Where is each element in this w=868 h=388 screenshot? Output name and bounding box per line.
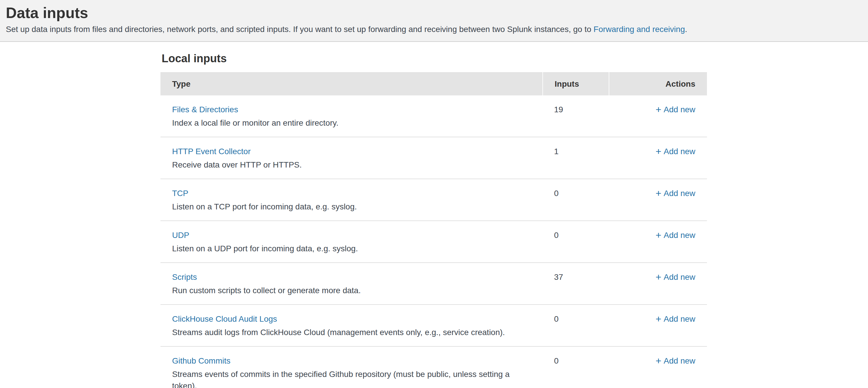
input-type-description: Index a local file or monitor an entire …: [172, 117, 531, 128]
type-cell: TCP Listen on a TCP port for incoming da…: [160, 179, 542, 220]
add-new-label: Add new: [664, 272, 695, 281]
column-header-actions: Actions: [609, 72, 707, 95]
actions-cell: +Add new: [609, 137, 707, 179]
add-new-label: Add new: [664, 356, 695, 365]
data-inputs-page: Data inputs Set up data inputs from file…: [0, 0, 868, 388]
inputs-count: 19: [542, 95, 609, 137]
input-type-link[interactable]: TCP: [172, 187, 188, 199]
input-type-description: Listen on a UDP port for incoming data, …: [172, 243, 531, 254]
actions-cell: +Add new: [609, 221, 707, 262]
input-type-description: Run custom scripts to collect or generat…: [172, 285, 531, 296]
page-subtitle: Set up data inputs from files and direct…: [6, 24, 862, 34]
column-header-inputs: Inputs: [542, 72, 609, 95]
forwarding-and-receiving-link[interactable]: Forwarding and receiving: [594, 24, 685, 34]
plus-icon: +: [655, 104, 661, 116]
inputs-count: 37: [542, 263, 609, 304]
actions-cell: +Add new: [609, 347, 707, 388]
actions-cell: +Add new: [609, 305, 707, 346]
add-new-label: Add new: [664, 230, 695, 240]
input-type-description: Receive data over HTTP or HTTPS.: [172, 159, 531, 171]
plus-icon: +: [655, 355, 661, 367]
add-new-label: Add new: [664, 314, 695, 323]
table-row: ClickHouse Cloud Audit Logs Streams audi…: [160, 304, 707, 346]
column-header-type[interactable]: Type: [160, 72, 542, 95]
input-type-link[interactable]: HTTP Event Collector: [172, 145, 251, 157]
type-cell: UDP Listen on a UDP port for incoming da…: [160, 221, 542, 262]
type-cell: Files & Directories Index a local file o…: [160, 95, 542, 137]
type-cell: ClickHouse Cloud Audit Logs Streams audi…: [160, 305, 542, 346]
actions-cell: +Add new: [609, 179, 707, 220]
page-header: Data inputs Set up data inputs from file…: [0, 0, 868, 42]
table-row: Files & Directories Index a local file o…: [160, 95, 707, 137]
plus-icon: +: [655, 314, 661, 325]
table-row: Github Commits Streams events of commits…: [160, 346, 707, 388]
table-row: TCP Listen on a TCP port for incoming da…: [160, 179, 707, 220]
input-type-link[interactable]: ClickHouse Cloud Audit Logs: [172, 313, 277, 325]
add-new-link[interactable]: +Add new: [655, 272, 695, 281]
table-row: Scripts Run custom scripts to collect or…: [160, 262, 707, 304]
input-type-description: Streams events of commits in the specifi…: [172, 368, 531, 388]
plus-icon: +: [655, 188, 661, 200]
content-area: Local inputs Type Inputs Actions Files &…: [0, 42, 868, 388]
inputs-count: 1: [542, 137, 609, 179]
table-row: HTTP Event Collector Receive data over H…: [160, 137, 707, 179]
input-type-description: Streams audit logs from ClickHouse Cloud…: [172, 326, 531, 338]
inputs-count: 0: [542, 305, 609, 346]
input-type-link[interactable]: Scripts: [172, 271, 197, 283]
actions-cell: +Add new: [609, 95, 707, 137]
subtitle-text: Set up data inputs from files and direct…: [6, 24, 594, 34]
table-header-row: Type Inputs Actions: [160, 72, 707, 95]
type-cell: Scripts Run custom scripts to collect or…: [160, 263, 542, 304]
input-type-link[interactable]: Files & Directories: [172, 103, 238, 115]
add-new-link[interactable]: +Add new: [655, 230, 695, 240]
plus-icon: +: [655, 272, 661, 283]
inputs-count: 0: [542, 179, 609, 220]
type-cell: HTTP Event Collector Receive data over H…: [160, 137, 542, 179]
plus-icon: +: [655, 230, 661, 241]
actions-cell: +Add new: [609, 263, 707, 304]
type-cell: Github Commits Streams events of commits…: [160, 347, 542, 388]
add-new-link[interactable]: +Add new: [655, 188, 695, 198]
input-type-link[interactable]: UDP: [172, 229, 189, 241]
add-new-link[interactable]: +Add new: [655, 105, 695, 114]
add-new-label: Add new: [664, 105, 695, 114]
page-title: Data inputs: [6, 3, 862, 23]
plus-icon: +: [655, 146, 661, 158]
section-title-local-inputs: Local inputs: [162, 52, 868, 65]
inputs-count: 0: [542, 347, 609, 388]
table-row: UDP Listen on a UDP port for incoming da…: [160, 220, 707, 262]
add-new-label: Add new: [664, 188, 695, 198]
local-inputs-table: Type Inputs Actions Files & Directories …: [160, 72, 707, 388]
add-new-link[interactable]: +Add new: [655, 314, 695, 323]
add-new-link[interactable]: +Add new: [655, 147, 695, 156]
subtitle-period: .: [685, 24, 687, 34]
input-type-description: Listen on a TCP port for incoming data, …: [172, 201, 531, 212]
add-new-link[interactable]: +Add new: [655, 356, 695, 365]
add-new-label: Add new: [664, 147, 695, 156]
input-type-link[interactable]: Github Commits: [172, 355, 230, 366]
inputs-count: 0: [542, 221, 609, 262]
